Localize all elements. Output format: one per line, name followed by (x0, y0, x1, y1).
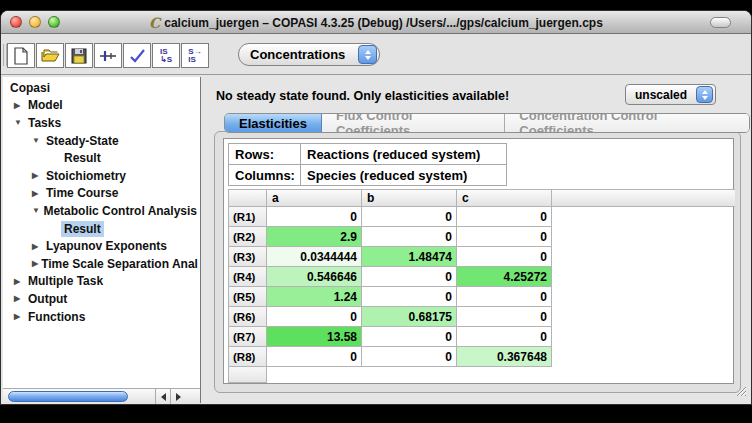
sidebar-item-functions[interactable]: ▶Functions (3, 308, 200, 326)
matrix-value-cell: 0 (457, 327, 552, 347)
chevron-right-icon[interactable]: ▶ (14, 312, 25, 321)
sidebar-item-label: Stoichiometry (43, 168, 129, 184)
open-folder-icon (41, 48, 60, 63)
concentrations-dropdown[interactable]: Concentrations (238, 43, 380, 66)
s-to-is-button[interactable]: S→ IS (181, 43, 209, 68)
sidebar-item-time-course[interactable]: ▶Time Course (3, 185, 200, 203)
concentrations-dropdown-value: Concentrations (239, 47, 358, 62)
zoom-window-button[interactable] (48, 16, 60, 28)
rows-value: Reactions (reduced system) (301, 144, 507, 165)
matrix-row-header: (R3) (229, 247, 267, 267)
minimize-window-button[interactable] (29, 16, 41, 28)
sidebar-item-steady-state[interactable]: ▼Steady-State (3, 132, 200, 150)
new-file-button[interactable] (7, 43, 35, 68)
toolbar-toggle-button[interactable] (710, 17, 731, 28)
sidebar-item-label: Model (25, 97, 66, 113)
matrix-column-header-c: c (457, 190, 552, 207)
matrix-value-cell: 0 (457, 307, 552, 327)
copasi-window: C calcium_juergen – COPASI 4.3.25 (Debug… (0, 10, 752, 405)
sidebar-item-multiple-task[interactable]: ▶Multiple Task (3, 273, 200, 291)
window-title-area: C calcium_juergen – COPASI 4.3.25 (Debug… (71, 11, 681, 34)
matrix-value-cell: 0 (457, 247, 552, 267)
matrix-value-cell: 0 (362, 327, 457, 347)
scrollbar-thumb[interactable] (8, 391, 128, 402)
tab-elasticities[interactable]: Elasticities (225, 114, 322, 132)
matrix-value-cell: 0 (267, 207, 362, 227)
matrix-row-header: (R5) (229, 287, 267, 307)
matrix-value-cell: 2.9 (267, 227, 362, 247)
slider-icon (99, 50, 117, 62)
sidebar-item-label: Time Course (43, 185, 121, 201)
open-file-button[interactable] (36, 43, 64, 68)
sidebar-item-result[interactable]: Result (3, 220, 200, 238)
matrix-row-header: (R4) (229, 267, 267, 287)
new-document-icon (13, 47, 29, 65)
columns-label: Columns: (229, 165, 301, 186)
sidebar-item-metabolic-control-analysis[interactable]: ▼Metabolic Control Analysis (3, 202, 200, 220)
chevron-down-icon[interactable]: ▼ (32, 206, 40, 215)
matrix-value-cell: 0 (457, 207, 552, 227)
sidebar-item-label: Lyapunov Exponents (43, 238, 170, 254)
matrix-row-header: (R6) (229, 307, 267, 327)
save-file-button[interactable] (65, 43, 93, 68)
matrix-row-header: (R7) (229, 327, 267, 347)
sidebar-item-stoichiometry[interactable]: ▶Stoichiometry (3, 167, 200, 185)
sidebar-item-label: Tasks (25, 115, 64, 131)
chevron-down-icon[interactable]: ▼ (32, 136, 43, 145)
sidebar-tree: Copasi▶Model▼Tasks▼Steady-StateResult▶St… (3, 79, 200, 325)
is-to-s-button[interactable]: IS ↳S (152, 43, 180, 68)
tab-content-frame: Rows: Reactions (reduced system) Columns… (214, 131, 741, 393)
chevron-down-icon[interactable]: ▼ (14, 118, 25, 127)
matrix-row-header: (R2) (229, 227, 267, 247)
toolbar: IS ↳S S→ IS Concentrations (1, 34, 751, 75)
checkmark-icon (129, 49, 146, 63)
resize-grip[interactable] (734, 383, 747, 401)
matrix-value-cell: 0 (362, 207, 457, 227)
arrow-right-icon (176, 393, 181, 401)
sidebar-item-lyapunov-exponents[interactable]: ▶Lyapunov Exponents (3, 237, 200, 255)
chevron-right-icon[interactable]: ▶ (14, 277, 25, 286)
dropdown-stepper-icon[interactable] (696, 86, 713, 103)
dropdown-stepper-icon[interactable] (358, 45, 377, 64)
sidebar-item-label: Time Scale Separation Anal (38, 256, 200, 272)
main-panel: No steady state found. Only elasticities… (202, 77, 750, 403)
sidebar-item-output[interactable]: ▶Output (3, 290, 200, 308)
sidebar-item-label: Steady-State (43, 133, 122, 149)
table-row: (R6)00.681750 (229, 307, 735, 327)
title-bar[interactable]: C calcium_juergen – COPASI 4.3.25 (Debug… (1, 11, 751, 34)
sidebar-item-time-scale-separation-anal[interactable]: ▶Time Scale Separation Anal (3, 255, 200, 273)
apply-button[interactable] (123, 43, 151, 68)
close-window-button[interactable] (10, 16, 22, 28)
chevron-right-icon[interactable]: ▶ (32, 189, 43, 198)
s-to-is-icon: S→ IS (188, 48, 201, 64)
axes-info-table: Rows: Reactions (reduced system) Columns… (228, 143, 507, 186)
matrix-value-cell: 0 (362, 267, 457, 287)
chevron-right-icon[interactable]: ▶ (32, 242, 43, 251)
is-to-s-icon: IS ↳S (160, 48, 172, 64)
sidebar-item-model[interactable]: ▶Model (3, 97, 200, 115)
matrix-value-cell: 1.48474 (362, 247, 457, 267)
scale-dropdown[interactable]: unscaled (625, 84, 716, 105)
sidebar-item-result[interactable]: Result (3, 149, 200, 167)
table-row: (R5)1.2400 (229, 287, 735, 307)
chevron-right-icon[interactable]: ▶ (14, 101, 25, 110)
sidebar: Copasi▶Model▼Tasks▼Steady-StateResult▶St… (3, 77, 201, 403)
matrix-row-header: (R1) (229, 207, 267, 227)
chevron-right-icon[interactable]: ▶ (14, 294, 25, 303)
matrix-value-cell: 0 (362, 287, 457, 307)
tune-button[interactable] (94, 43, 122, 68)
scroll-right-button[interactable] (170, 389, 185, 404)
scroll-left-button[interactable] (155, 389, 170, 404)
sidebar-item-label: Result (61, 150, 104, 166)
tab-concentration-control-coefficients: Concentration Control Coefficients (505, 114, 749, 132)
chevron-right-icon[interactable]: ▶ (32, 171, 43, 180)
matrix-value-cell: 0.546646 (267, 267, 362, 287)
sidebar-item-tasks[interactable]: ▼Tasks (3, 114, 200, 132)
matrix-value-cell: 0 (362, 347, 457, 367)
result-view: Rows: Reactions (reduced system) Columns… (223, 138, 734, 384)
columns-value: Species (reduced system) (301, 165, 507, 186)
sidebar-item-label: Functions (25, 309, 88, 325)
sidebar-item-copasi[interactable]: Copasi (3, 79, 200, 97)
sidebar-horizontal-scrollbar[interactable] (3, 388, 200, 403)
copasi-logo-icon: C (149, 16, 160, 30)
